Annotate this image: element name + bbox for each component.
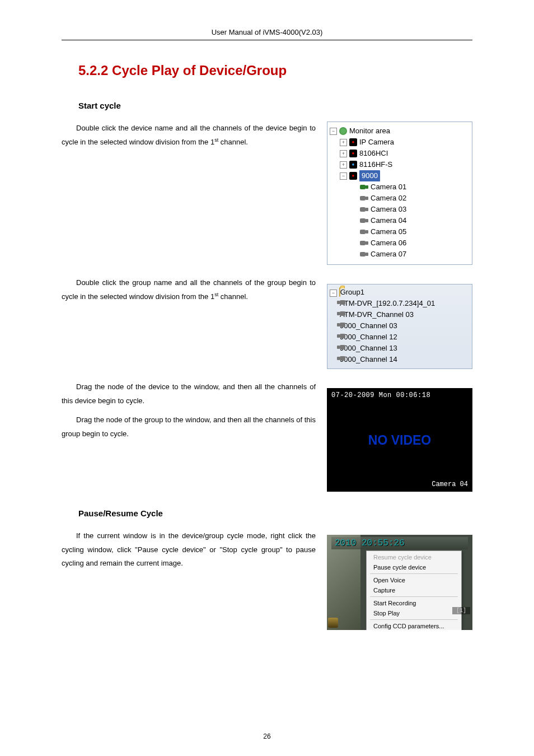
tree-item-label-selected[interactable]: 9000 (359, 170, 380, 181)
paragraph-group-cycle: Double click the group name and all the … (62, 276, 316, 304)
section-heading: 5.2.2 Cycle Play of Device/Group (78, 63, 472, 78)
dvr-icon: ● (349, 161, 357, 169)
collapse-icon[interactable]: − (330, 290, 337, 297)
tree-item-label[interactable]: 9000_Channel 12 (340, 333, 397, 341)
video-tile-novideo[interactable]: 07-20-2009 Mon 00:06:18 NO VIDEO Camera … (327, 388, 472, 492)
tree-item-label[interactable]: 9000_Channel 13 (340, 344, 397, 352)
camera-label[interactable]: Camera 01 (371, 181, 406, 193)
menu-item-resume-cycle: Resume cycle device (368, 552, 460, 562)
expand-icon[interactable]: + (340, 139, 347, 146)
tree-item-label[interactable]: 9000_Channel 03 (340, 321, 397, 330)
camera-label[interactable]: Camera 05 (371, 226, 406, 237)
tree-item-label[interactable]: 9000_Channel 14 (340, 355, 397, 363)
tree-item-label[interactable]: 8106HCI (359, 148, 388, 159)
paragraph-drag-device: Drag the node of the device to the windo… (62, 380, 316, 408)
tree-item-label[interactable]: IP Camera (359, 137, 394, 148)
camera-label[interactable]: Camera 04 (371, 215, 406, 226)
paragraph-device-cycle: Double click the device name and all the… (62, 122, 316, 150)
context-menu[interactable]: Resume cycle device Pause cycle device O… (366, 550, 462, 630)
paragraph-drag-group: Drag the node of the group to the window… (62, 413, 316, 441)
expand-icon[interactable]: + (340, 161, 347, 169)
camera-icon (360, 206, 368, 213)
camera-label[interactable]: Camera 07 (371, 249, 406, 260)
camera-label[interactable]: Camera 02 (371, 193, 406, 204)
camera-label[interactable]: Camera 03 (371, 204, 406, 215)
video-timestamp: 2010 20:55:26 (331, 537, 468, 549)
page-number: 26 (0, 732, 534, 740)
dvr-icon: ● (349, 172, 357, 180)
dvr-icon: ● (349, 138, 357, 146)
menu-item-capture[interactable]: Capture (368, 585, 460, 595)
camera-icon (360, 195, 368, 202)
camera-icon (360, 240, 368, 246)
camera-icon (360, 217, 368, 224)
tree-root-label: Monitor area (349, 125, 390, 137)
tree-item-label[interactable]: ATM-DVR_[192.0.7.234]4_01 (340, 299, 435, 307)
collapse-icon[interactable]: − (340, 172, 347, 180)
dvr-icon: ● (349, 150, 357, 157)
no-video-text: NO VIDEO (368, 432, 431, 447)
tree-item-label[interactable]: 8116HF-S (359, 159, 392, 170)
expand-icon[interactable]: + (340, 150, 347, 157)
camera-label[interactable]: Camera 06 (371, 237, 406, 249)
video-timestamp: 07-20-2009 Mon 00:06:18 (331, 391, 430, 399)
menu-item-stop-play[interactable]: Stop Play (368, 608, 460, 618)
folder-icon (339, 287, 340, 297)
tree-item-label[interactable]: ATM-DVR_Channel 03 (340, 310, 414, 319)
start-cycle-heading: Start cycle (78, 101, 472, 110)
page-header: User Manual of iVMS-4000(V2.03) (62, 28, 472, 40)
tile-index-badge: [1] (452, 607, 470, 614)
monitor-area-tree[interactable]: − Monitor area +●IP Camera +●8106HCI +●8… (327, 122, 472, 265)
video-camera-label: Camera 04 (432, 480, 468, 488)
tree-root-label: Group1 (340, 288, 364, 296)
paragraph-pause-resume: If the current window is in the device/g… (62, 529, 316, 571)
area-icon (339, 127, 347, 135)
group-tree[interactable]: − Group1 ATM-DVR_[192.0.7.234]4_01 ATM-D… (327, 284, 472, 369)
menu-item-start-recording[interactable]: Start Recording (368, 598, 460, 608)
camera-icon (360, 228, 368, 235)
camera-icon (360, 184, 368, 190)
video-tile-context[interactable]: 2010 20:55:26 Resume cycle device Pause … (327, 535, 472, 630)
menu-item-open-voice[interactable]: Open Voice (368, 575, 460, 585)
pause-resume-heading: Pause/Resume Cycle (78, 508, 472, 518)
collapse-icon[interactable]: − (330, 128, 337, 135)
menu-item-pause-cycle[interactable]: Pause cycle device (368, 562, 460, 572)
camera-icon (360, 251, 368, 258)
menu-item-config-ccd[interactable]: Config CCD parameters... (368, 621, 460, 630)
